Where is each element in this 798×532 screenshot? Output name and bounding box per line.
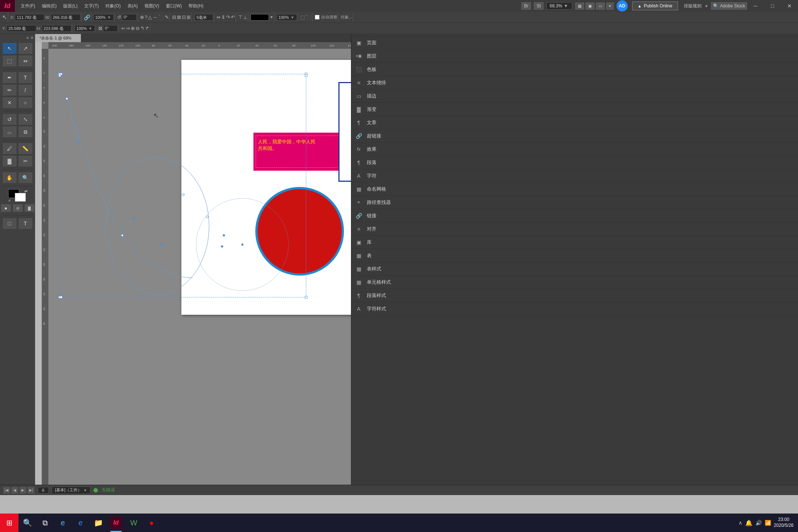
system-clock[interactable]: 23:00 2020/5/26 (774, 517, 794, 528)
blue-rectangle[interactable] (338, 82, 351, 182)
fit1-icon[interactable]: ⬚ (300, 14, 305, 20)
canvas-area[interactable]: 200 180 160 140 120 100 80 60 40 20 0 20… (42, 42, 351, 495)
taskbar-taskview[interactable]: ⧉ (36, 514, 54, 532)
rotate-field[interactable]: 0° (122, 14, 137, 21)
tool-scissors[interactable]: ✂ (18, 155, 33, 167)
menu-edit[interactable]: 编辑(E) (39, 1, 59, 11)
flip1-icon[interactable]: ⇔ (216, 14, 221, 20)
w-field[interactable]: 266.316 毫 (51, 14, 81, 21)
fit2-icon[interactable]: ⬛ (306, 14, 311, 20)
tool-page[interactable]: ⬚ (2, 55, 17, 67)
fill-color[interactable] (250, 14, 269, 21)
volume-icon[interactable]: 🔊 (756, 520, 762, 526)
background-color[interactable] (15, 193, 26, 202)
y-field[interactable]: 25.589 毫 (7, 25, 36, 32)
valign2-icon[interactable]: ⊥ (243, 14, 247, 20)
tool2-icon[interactable]: ? (145, 14, 147, 20)
panel-item-char[interactable]: A 字符 (351, 169, 798, 183)
shear-field[interactable]: 0° (103, 25, 118, 32)
panel-item-table[interactable]: ▦ 表 (351, 249, 798, 262)
tool4-icon[interactable]: ↔ (153, 14, 157, 20)
valign1-icon[interactable]: ⊤ (238, 14, 242, 20)
tb2-icon6[interactable]: ↱ (145, 25, 149, 31)
tool-pen[interactable]: ✒ (2, 72, 17, 83)
tb2-icon5[interactable]: ↰ (140, 25, 144, 31)
page-number-input[interactable] (38, 487, 49, 494)
rotate-ccw-icon[interactable]: ↶ (231, 14, 235, 20)
panel-item-stroke[interactable]: ▭ 描边 (351, 89, 798, 103)
select-arrow-icon[interactable]: ↖ (2, 14, 7, 21)
handle-bl[interactable] (58, 296, 61, 299)
profile-avatar[interactable]: AD (617, 0, 628, 11)
tool-text[interactable]: T (18, 72, 33, 83)
tool5-icon[interactable]: ⬛ (158, 14, 164, 20)
constrain-icon[interactable]: 🔗 (84, 14, 90, 20)
x-field[interactable]: 111.782 毫 (15, 14, 44, 21)
rotate90-icon[interactable]: ↷ (226, 14, 230, 20)
view-btn-1[interactable]: ▦ (575, 3, 584, 10)
h-field[interactable]: 223.596 毫 (42, 25, 71, 32)
panel-item-gradient[interactable]: ▓ 渐变 (351, 103, 798, 116)
toolbox-close-btn[interactable]: ✕ (30, 35, 34, 40)
tool-eyedropper[interactable]: 🖊 (2, 143, 17, 154)
panel-item-namedgrid[interactable]: ▦ 命名网格 (351, 183, 798, 196)
tool-measure[interactable]: 📏 (18, 143, 33, 154)
menu-file[interactable]: 文件(F) (18, 1, 38, 11)
panel-item-library[interactable]: ▣ 库 (351, 236, 798, 249)
align1-icon[interactable]: ⊟ (172, 14, 176, 20)
menu-layout[interactable]: 版面(L) (60, 1, 81, 11)
red-circle[interactable] (255, 187, 344, 276)
taskbar-chrome[interactable]: ● (143, 514, 160, 532)
handle-ml[interactable] (58, 74, 61, 77)
tool-ellipse[interactable]: ○ (18, 97, 33, 109)
panel-item-layer[interactable]: ≡▣ 图层 (351, 50, 798, 63)
working-canvas[interactable]: 人民，我爱中国，中华人民 共和国。 (48, 49, 351, 495)
fill-mode-btn[interactable]: ■ (1, 204, 11, 212)
swap-colors-icon[interactable]: ⇄ (24, 189, 27, 193)
panel-item-links[interactable]: 🔗 链接 (351, 209, 798, 222)
scale-w-field[interactable]: 100% ▼ (93, 14, 114, 21)
panel-item-parastyle[interactable]: ¶ 段落样式 (351, 289, 798, 302)
panel-item-swatches[interactable]: ⬛ 色板 (351, 63, 798, 76)
none-mode-btn[interactable]: ⊘ (13, 204, 23, 212)
tool-frame1[interactable]: □ (2, 218, 17, 229)
tab-document[interactable]: *未命名-1 @ 68% ✕ (35, 34, 81, 42)
gradient-mode-btn[interactable]: ▓ (24, 204, 35, 212)
tool-shear[interactable]: ⌓ (2, 126, 17, 138)
taskbar-wechat[interactable]: W (125, 514, 143, 532)
tool-frame2[interactable]: T (18, 218, 33, 229)
zoom-display[interactable]: 68.3% ▼ (546, 2, 572, 10)
panel-item-tablestyle[interactable]: ▦ 表样式 (351, 262, 798, 276)
align2-icon[interactable]: ⊠ (177, 14, 181, 20)
tool-gap[interactable]: ⇔ (18, 55, 33, 67)
network-icon[interactable]: 📶 (765, 520, 771, 526)
tool6-icon[interactable]: ✎ (165, 14, 169, 20)
view-btn-4[interactable]: ▾ (606, 3, 614, 10)
tool-gradient[interactable]: ▓ (2, 155, 17, 167)
bridge-btn[interactable]: Br (521, 2, 531, 10)
tray-show-icon[interactable]: ∧ (739, 520, 742, 526)
taskbar-ie[interactable]: e (72, 514, 89, 532)
publish-online-button[interactable]: ▲ Publish Online (632, 1, 678, 10)
magenta-text-frame[interactable]: 人民，我爱中国，中华人民 共和国。 (253, 133, 351, 171)
handle-tl[interactable] (58, 73, 61, 75)
taskbar-fileexplorer[interactable]: 📁 (89, 514, 107, 532)
first-page-btn[interactable]: |◀ (3, 487, 10, 494)
panel-item-hyperlink[interactable]: 🔗 超链接 (351, 129, 798, 143)
tb2-icon4[interactable]: ⊖ (136, 25, 140, 31)
tool-rotate[interactable]: ↺ (2, 113, 17, 125)
object-label[interactable]: 对象... (341, 14, 352, 20)
tool-freeform[interactable]: ⧉ (18, 126, 33, 138)
panel-item-paragraph[interactable]: ¶ 段落 (351, 156, 798, 169)
view-btn-3[interactable]: ▭ (596, 3, 605, 10)
tool1-icon[interactable]: ⊕ (140, 14, 144, 20)
tool3-icon[interactable]: △ (148, 14, 152, 20)
tool-direct-select[interactable]: ↗ (18, 42, 33, 54)
handle-tc[interactable] (60, 73, 62, 75)
panel-item-cellstyle[interactable]: ▦ 单元格样式 (351, 276, 798, 289)
align3-icon[interactable]: ⊡ (182, 14, 186, 20)
menu-text[interactable]: 文字(T) (81, 1, 102, 11)
panel-item-textwrap[interactable]: ≡ 文本绕排 (351, 76, 798, 89)
menu-window[interactable]: 窗口(W) (163, 1, 185, 11)
tool-cross[interactable]: ✕ (2, 97, 17, 109)
